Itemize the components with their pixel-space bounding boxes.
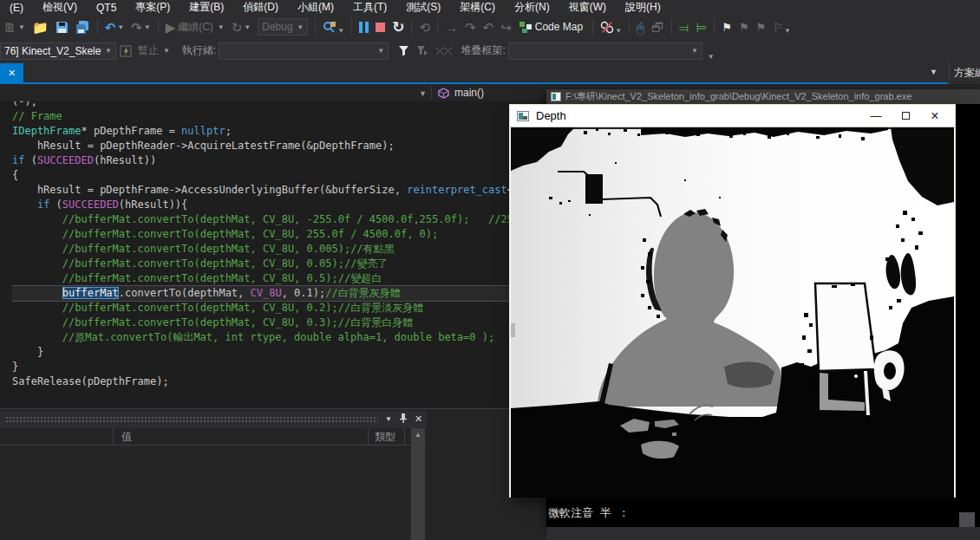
funnel-icon <box>398 45 409 56</box>
code-lines: (-);// FrameIDepthFrame* pDepthFrame = n… <box>12 101 532 389</box>
suspend-icon-button[interactable] <box>117 42 134 61</box>
menu-item-5[interactable]: 偵錯(D) <box>233 0 288 15</box>
stop-debugging-button[interactable] <box>373 17 388 36</box>
undo-button[interactable]: ↶▼ <box>102 17 127 36</box>
next-bookmark-button[interactable]: ⚑ <box>754 17 769 36</box>
menu-item-9[interactable]: 架構(C) <box>450 0 505 15</box>
code-line: //bufferMat.convertTo(depthMat, CV_8U, -… <box>12 212 532 227</box>
apply-code-changes-button[interactable]: ⟲ <box>416 17 433 36</box>
method-icon <box>438 88 449 99</box>
redo-button[interactable]: ↷▼ <box>128 17 154 36</box>
debug-location-toolbar: 76] Kinect_V2_Skeleton_info_▼ 暫止 ▼ 執行緒: … <box>0 39 980 62</box>
menu-item-7[interactable]: 工具(T) <box>343 0 396 15</box>
menu-item-1[interactable]: 檢視(V) <box>33 0 87 15</box>
menu-item-8[interactable]: 測試(S) <box>396 0 450 15</box>
find-breakpoint-button[interactable]: ▼ <box>320 17 347 36</box>
depth-window[interactable]: Depth — × <box>509 104 956 498</box>
step-out-button[interactable]: ↪ <box>498 17 514 36</box>
step-into-button[interactable]: ↷ <box>462 17 479 36</box>
open-file-button[interactable]: 📁 <box>29 17 51 36</box>
watch-scrollbar[interactable]: ▲ <box>411 428 425 540</box>
show-next-statement-button[interactable]: → <box>442 17 461 36</box>
code-line: hResult = pDepthFrame->AccessUnderlyingB… <box>12 183 532 198</box>
console-title-text: F:\專研\Kinect_V2_Skeleton_info_grab\Debug… <box>565 90 911 103</box>
code-line: } <box>12 345 532 360</box>
menu-bar: (E)檢視(V)QT5專案(P)建置(B)偵錯(D)小組(M)工具(T)測試(S… <box>0 0 980 15</box>
navigate-back-button[interactable]: 🖰 <box>634 17 647 36</box>
depth-frame-visualization <box>511 127 954 498</box>
code-line: //bufferMat.convertTo(depthMat, CV_8U, 0… <box>12 257 532 271</box>
indent-button[interactable]: ⫤ <box>676 17 691 36</box>
menu-item-6[interactable]: 小組(M) <box>288 0 343 15</box>
funnel-flag-icon <box>416 45 428 56</box>
code-line: //bufferMat.convertTo(depthMat, CV_8U, 0… <box>12 301 532 316</box>
type-column-header: 類型 <box>375 430 395 445</box>
close-icon[interactable]: ✕ <box>415 413 422 425</box>
depth-window-icon <box>517 111 529 121</box>
save-all-icon <box>75 21 90 34</box>
menu-item-11[interactable]: 視窗(W) <box>559 0 616 15</box>
stack-frame-label: 堆疊框架: <box>461 43 505 58</box>
code-line: //bufferMat.convertTo(depthMat, CV_8U, 0… <box>12 271 532 286</box>
code-line: hResult = pDepthReader->AcquireLatestFra… <box>12 139 532 153</box>
code-line: //bufferMat.convertTo(depthMat, CV_8U, 0… <box>12 316 532 330</box>
menu-item-0[interactable]: (E) <box>0 2 33 14</box>
flag-threads-button[interactable] <box>414 42 431 61</box>
value-column-header: 值 <box>121 430 132 445</box>
types-dropdown[interactable]: ▼ <box>419 89 427 98</box>
console-titlebar[interactable]: F:\專研\Kinect_V2_Skeleton_info_grab\Debug… <box>546 89 980 104</box>
break-all-button[interactable] <box>356 17 371 36</box>
filter-threads-button[interactable] <box>395 42 412 61</box>
stack-frame-combo[interactable]: ▼ <box>508 42 702 60</box>
solution-explorer-tab[interactable]: 方案總管 <box>949 62 980 84</box>
code-line-current: bufferMat.convertTo(depthMat, CV_8U, 0.1… <box>12 286 532 301</box>
members-dropdown[interactable]: main() <box>438 84 484 101</box>
bookmark-button[interactable]: ⚑ <box>719 17 735 36</box>
depth-window-title: Depth <box>536 109 566 122</box>
debug-target-combo[interactable]: Debug▼ <box>258 18 308 36</box>
save-all-button[interactable] <box>73 17 93 36</box>
code-map-button[interactable]: Code Map <box>516 17 588 36</box>
magnifier-icon <box>323 21 336 34</box>
code-line: (-); <box>12 101 532 109</box>
pin-icon[interactable] <box>399 413 408 425</box>
suspend-label[interactable]: 暫止 <box>138 43 159 58</box>
code-line: if (SUCCEEDED(hResult)) <box>12 153 532 168</box>
maximize-icon <box>902 112 910 120</box>
menu-item-12[interactable]: 說明(H) <box>616 0 670 15</box>
navigate-forward-button[interactable]: 🗗 <box>649 17 667 36</box>
code-line: { <box>12 168 532 183</box>
stop-icon <box>376 23 385 32</box>
maximize-button[interactable] <box>891 106 920 127</box>
menu-item-3[interactable]: 專案(P) <box>126 0 180 15</box>
area-below-console <box>546 527 980 540</box>
vs-ide-window: (E)檢視(V)QT5專案(P)建置(B)偵錯(D)小組(M)工具(T)測試(S… <box>0 0 980 540</box>
close-button[interactable]: × <box>920 106 950 127</box>
code-line: // Frame <box>12 109 532 124</box>
breakpoint-slash-icon <box>600 21 614 34</box>
depth-titlebar[interactable]: Depth — × <box>510 105 955 127</box>
disable-breakpoints-button[interactable]: ▼ <box>598 17 624 36</box>
reset-threads-button[interactable]: ⤫⤫ <box>433 42 454 61</box>
menu-item-2[interactable]: QT5 <box>87 2 126 14</box>
restart-debug-button[interactable]: ↻▼ <box>229 17 254 36</box>
outdent-button[interactable]: ⊨ <box>693 17 709 36</box>
minimize-button[interactable]: — <box>861 106 891 127</box>
watch-column-headers[interactable]: 值 類型 <box>0 428 427 446</box>
new-file-button[interactable]: 🗎▼ <box>1 17 28 36</box>
continue-button[interactable]: ▶ 繼續(C) ▼ <box>163 17 227 36</box>
menu-item-10[interactable]: 分析(N) <box>505 0 559 15</box>
process-combo[interactable]: 76] Kinect_V2_Skeleton_info_▼ <box>0 42 116 60</box>
tab-list-dropdown[interactable]: ▼ <box>930 68 938 76</box>
menu-item-4[interactable]: 建置(B) <box>180 0 233 15</box>
window-menu-icon[interactable]: ▼ <box>385 415 392 423</box>
prev-bookmark-button[interactable]: ⚑ <box>736 17 752 36</box>
save-button[interactable] <box>53 17 71 36</box>
step-over-button[interactable]: ↶ <box>480 17 497 36</box>
watch-panel-titlebar[interactable]: ▼ ✕ <box>0 411 427 428</box>
bookmarks-more-button[interactable]: ⚐▼ <box>770 17 794 36</box>
restart-button[interactable]: ↻ <box>389 17 407 36</box>
active-tab-close-button[interactable]: ✕ <box>0 63 23 82</box>
threads-combo[interactable]: ▼ <box>219 42 389 60</box>
pause-icon <box>359 22 369 33</box>
